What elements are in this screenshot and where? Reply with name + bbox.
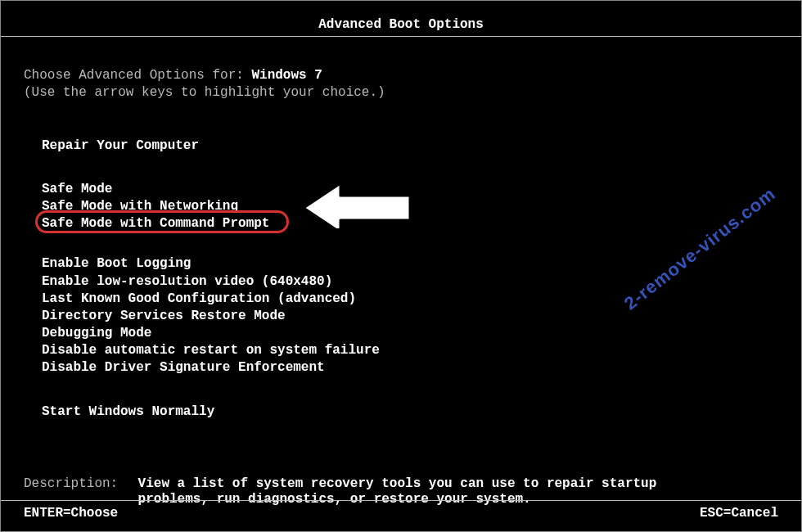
menu-item-last-known-good[interactable]: Last Known Good Configuration (advanced) xyxy=(42,291,778,308)
menu-item-disable-driver-sig[interactable]: Disable Driver Signature Enforcement xyxy=(42,359,778,376)
menu-item-disable-auto-restart[interactable]: Disable automatic restart on system fail… xyxy=(42,342,778,359)
menu-item-safe-mode[interactable]: Safe Mode xyxy=(42,181,778,198)
menu-item-repair[interactable]: Repair Your Computer xyxy=(42,138,778,155)
prompt-prefix: Choose Advanced Options for: xyxy=(24,68,251,83)
menu-item-debugging[interactable]: Debugging Mode xyxy=(42,325,778,342)
menu-item-low-res[interactable]: Enable low-resolution video (640x480) xyxy=(42,273,778,291)
menu-item-ds-restore[interactable]: Directory Services Restore Mode xyxy=(42,308,778,325)
menu-item-start-normally[interactable]: Start Windows Normally xyxy=(42,404,778,421)
footer-divider xyxy=(1,500,801,501)
footer-esc: ESC=Cancel xyxy=(700,506,778,521)
arrow-key-hint: (Use the arrow keys to highlight your ch… xyxy=(24,85,778,101)
footer-bar: ENTER=Choose ESC=Cancel xyxy=(1,500,801,521)
menu-group-repair: Repair Your Computer xyxy=(42,138,778,155)
menu-item-safe-mode-cmd[interactable]: Safe Mode with Command Prompt xyxy=(42,215,269,232)
menu-group-normal: Start Windows Normally xyxy=(42,404,778,421)
page-title: Advanced Boot Options xyxy=(24,17,778,33)
boot-menu[interactable]: Repair Your Computer Safe Mode Safe Mode… xyxy=(42,138,778,421)
boot-options-screen: Advanced Boot Options Choose Advanced Op… xyxy=(0,0,802,532)
choose-prompt: Choose Advanced Options for: Windows 7 xyxy=(24,68,778,83)
menu-item-safe-mode-networking[interactable]: Safe Mode with Networking xyxy=(42,198,778,215)
description-label: Description: xyxy=(24,476,130,492)
footer-enter: ENTER=Choose xyxy=(24,506,118,521)
title-divider xyxy=(1,36,801,37)
os-name: Windows 7 xyxy=(251,68,322,83)
menu-item-boot-logging[interactable]: Enable Boot Logging xyxy=(42,255,778,273)
menu-item-label: Safe Mode with Command Prompt xyxy=(42,216,269,231)
menu-group-safemode: Safe Mode Safe Mode with Networking Safe… xyxy=(42,181,778,233)
menu-group-advanced: Enable Boot Logging Enable low-resolutio… xyxy=(42,255,778,376)
